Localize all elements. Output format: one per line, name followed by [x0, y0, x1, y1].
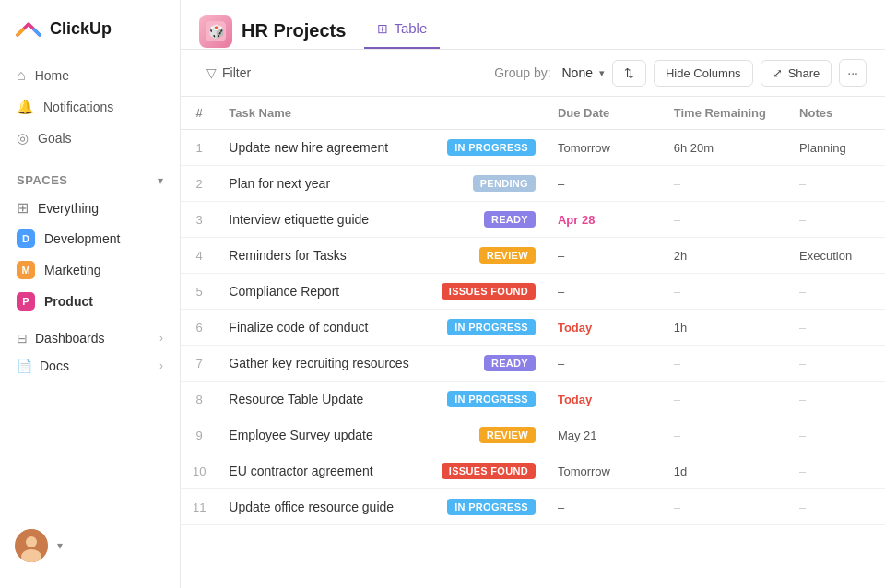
group-by-value: None: [562, 65, 593, 80]
hide-columns-label: Hide Columns: [666, 66, 741, 80]
sidebar-bottom-section: ⊟ Dashboards › 📄 Docs ›: [0, 324, 180, 380]
table-row[interactable]: 7 Gather key recruiting resources READY …: [181, 346, 885, 382]
sort-icon: ⇅: [624, 66, 634, 80]
home-icon: ⌂: [17, 67, 26, 84]
status-badge: PENDING: [473, 175, 536, 192]
sidebar: ClickUp ⌂ Home 🔔 Notifications ◎ Goals S…: [0, 0, 181, 588]
row-time-remaining: –: [663, 274, 788, 310]
table-row[interactable]: 1 Update new hire agreement IN PROGRESS …: [181, 130, 885, 166]
sidebar-item-development[interactable]: D Development: [7, 223, 172, 254]
table-row[interactable]: 5 Compliance Report ISSUES FOUND – – –: [181, 274, 885, 310]
project-info: 🎲 HR Projects: [199, 15, 346, 48]
spaces-section-header[interactable]: Spaces ▾: [7, 168, 172, 193]
row-task-cell: Update office resource guide IN PROGRESS: [218, 489, 547, 525]
task-name: Plan for next year: [229, 176, 463, 191]
task-table-container: # Task Name Due Date Time Remaining Note…: [181, 97, 885, 588]
row-task-cell: Gather key recruiting resources READY: [218, 346, 547, 382]
toolbar-right: Group by: None ▾ ⇅ Hide Columns ⤢ Share …: [494, 59, 867, 87]
row-due-date: Today: [547, 382, 663, 417]
everything-icon: ⊞: [17, 199, 29, 217]
hide-columns-button[interactable]: Hide Columns: [654, 60, 753, 87]
spaces-section-title: Spaces: [17, 173, 68, 187]
share-label: Share: [788, 66, 820, 80]
avatar-image: [15, 529, 48, 562]
task-name: Update new hire agreement: [229, 140, 438, 155]
user-avatar-section[interactable]: ▾: [0, 518, 180, 573]
status-badge: READY: [484, 355, 536, 371]
row-task-cell: Update new hire agreement IN PROGRESS: [218, 130, 547, 166]
dashboards-chevron-icon: ›: [159, 332, 163, 345]
table-row[interactable]: 3 Interview etiquette guide READY Apr 28…: [181, 202, 885, 238]
tab-table[interactable]: ⊞ Table: [364, 13, 440, 49]
sidebar-item-home[interactable]: ⌂ Home: [7, 61, 172, 90]
share-button[interactable]: ⤢ Share: [761, 60, 832, 87]
more-options-icon: ···: [847, 65, 858, 80]
sidebar-item-goals[interactable]: ◎ Goals: [7, 123, 172, 153]
row-due-date: Tomorrow: [547, 130, 663, 166]
status-badge: IN PROGRESS: [447, 319, 536, 335]
row-num: 2: [181, 166, 218, 202]
table-row[interactable]: 9 Employee Survey update REVIEW May 21 –…: [181, 417, 885, 453]
notifications-icon: 🔔: [17, 99, 34, 115]
status-badge: ISSUES FOUND: [442, 463, 536, 479]
filter-button[interactable]: ▽ Filter: [199, 61, 258, 85]
group-by-label: Group by:: [494, 65, 550, 80]
status-badge: IN PROGRESS: [447, 139, 536, 156]
row-num: 6: [181, 310, 218, 346]
sort-button[interactable]: ⇅: [612, 60, 646, 87]
filter-label: Filter: [222, 65, 251, 80]
sidebar-item-marketing[interactable]: M Marketing: [7, 254, 172, 286]
row-task-cell: Reminders for Tasks REVIEW: [218, 238, 547, 274]
task-name: Update office resource guide: [229, 500, 438, 514]
app-logo[interactable]: ClickUp: [0, 15, 180, 61]
group-by-control[interactable]: Group by: None ▾: [494, 65, 605, 80]
sidebar-item-docs-label: Docs: [40, 359, 69, 373]
table-row[interactable]: 2 Plan for next year PENDING – – –: [181, 166, 885, 202]
row-time-remaining: –: [663, 166, 788, 202]
row-num: 4: [181, 238, 218, 274]
goals-icon: ◎: [17, 130, 29, 147]
task-name: Finalize code of conduct: [229, 320, 438, 335]
table-header-row: # Task Name Due Date Time Remaining Note…: [181, 97, 885, 130]
row-notes: –: [788, 166, 885, 202]
spaces-chevron-icon: ▾: [158, 174, 163, 187]
sidebar-item-notifications[interactable]: 🔔 Notifications: [7, 92, 172, 122]
row-notes: –: [788, 202, 885, 238]
table-row[interactable]: 10 EU contractor agreement ISSUES FOUND …: [181, 453, 885, 489]
sidebar-item-everything-label: Everything: [38, 201, 99, 216]
table-row[interactable]: 11 Update office resource guide IN PROGR…: [181, 489, 885, 525]
row-time-remaining: 1d: [663, 453, 788, 489]
row-notes: –: [788, 453, 885, 489]
table-row[interactable]: 4 Reminders for Tasks REVIEW – 2h Execut…: [181, 238, 885, 274]
row-notes: Execution: [788, 238, 885, 274]
task-table: # Task Name Due Date Time Remaining Note…: [181, 97, 885, 525]
row-task-cell: Finalize code of conduct IN PROGRESS: [218, 310, 547, 346]
avatar: [15, 529, 48, 562]
product-dot: P: [17, 292, 35, 311]
status-badge: READY: [484, 211, 536, 228]
task-name: Reminders for Tasks: [229, 248, 469, 263]
sidebar-item-docs[interactable]: 📄 Docs ›: [7, 352, 172, 380]
row-due-date: May 21: [547, 417, 663, 453]
row-due-date: –: [547, 166, 663, 202]
more-options-button[interactable]: ···: [839, 59, 867, 87]
row-notes: –: [788, 489, 885, 525]
row-num: 5: [181, 274, 218, 310]
status-badge: IN PROGRESS: [447, 391, 536, 407]
row-notes: –: [788, 274, 885, 310]
svg-text:🎲: 🎲: [208, 24, 225, 40]
table-row[interactable]: 8 Resource Table Update IN PROGRESS Toda…: [181, 382, 885, 417]
app-name: ClickUp: [50, 19, 112, 39]
row-num: 3: [181, 202, 218, 238]
col-header-time-remaining: Time Remaining: [663, 97, 788, 130]
sidebar-item-product[interactable]: P Product: [7, 286, 172, 317]
status-badge: ISSUES FOUND: [442, 283, 536, 300]
row-time-remaining: –: [663, 382, 788, 417]
row-notes: –: [788, 382, 885, 417]
sidebar-item-dashboards[interactable]: ⊟ Dashboards ›: [7, 324, 172, 352]
sidebar-item-everything[interactable]: ⊞ Everything: [7, 193, 172, 223]
sidebar-navigation: ⌂ Home 🔔 Notifications ◎ Goals: [0, 61, 180, 153]
row-time-remaining: –: [663, 202, 788, 238]
sidebar-item-home-label: Home: [35, 68, 69, 83]
table-row[interactable]: 6 Finalize code of conduct IN PROGRESS T…: [181, 310, 885, 346]
